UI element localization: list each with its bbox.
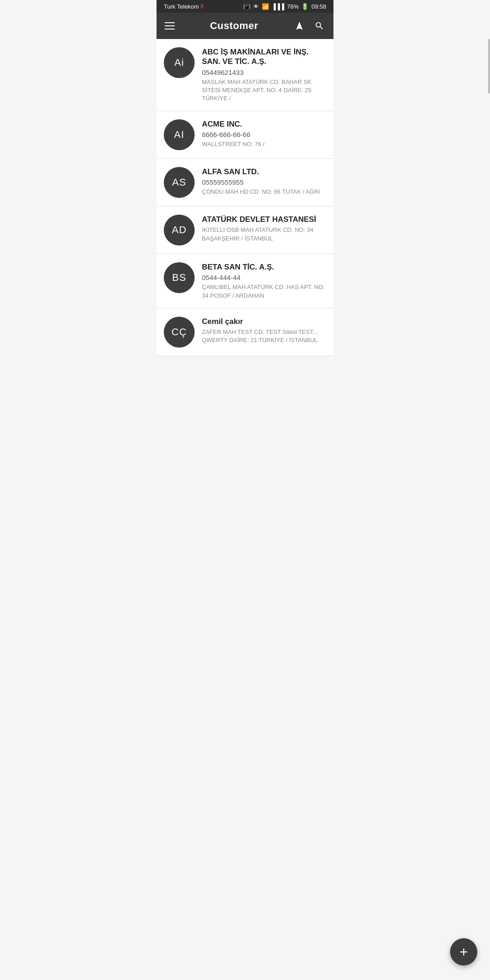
search-button[interactable] [314, 20, 325, 32]
customer-phone: 0544-444-44 [202, 274, 326, 281]
customer-item[interactable]: AiABC İŞ MAKİNALARI VE İNŞ. SAN. VE TİC.… [157, 39, 333, 111]
customer-phone: 05449621433 [202, 69, 326, 76]
customer-address: WALLSTREET NO: 76 / [202, 140, 326, 148]
customer-name: BETA SAN TİC. A.Ş. [202, 262, 326, 272]
avatar: AI [164, 119, 195, 150]
customer-address: ÇONDU MAH HD CD. NO: 66 TUTAK / AĞRI [202, 188, 326, 196]
carrier-name: Turk Telekom [164, 3, 199, 10]
customer-phone: 05559555955 [202, 178, 326, 186]
location-button[interactable] [294, 20, 305, 32]
status-icons: 📳 👁 📶 ▐▐▐ 76% 🔋 09:58 [243, 3, 326, 10]
avatar: BS [164, 262, 195, 293]
customer-name: ABC İŞ MAKİNALARI VE İNŞ. SAN. VE TİC. A… [202, 47, 326, 67]
battery-icon: 🔋 [301, 3, 309, 10]
customer-name: ATATÜRK DEVLET HASTANESİ [202, 215, 326, 224]
customer-name: Cemil çakır [202, 317, 326, 326]
customer-address: İKİTELLİ OSB MAH ATATURK CD. NO: 34 BAŞA… [202, 226, 326, 242]
eye-icon: 👁 [253, 3, 259, 10]
location-icon [294, 21, 304, 31]
customer-item[interactable]: AIACME INC.6666-666-66-66WALLSTREET NO: … [157, 111, 333, 159]
time: 09:58 [311, 3, 326, 10]
customer-list: AiABC İŞ MAKİNALARI VE İNŞ. SAN. VE TİC.… [157, 39, 333, 356]
customer-address: ÇAMLIBEL MAH ATATÜRK CD. HAS APT. NO: 34… [202, 283, 326, 299]
customer-phone: 6666-666-66-66 [202, 131, 326, 138]
carrier-info: Turk Telekom F [164, 3, 204, 10]
customer-info: BETA SAN TİC. A.Ş.0544-444-44ÇAMLIBEL MA… [202, 262, 326, 300]
page-title: Customer [210, 20, 259, 32]
customer-info: ALFA SAN LTD.05559555955ÇONDU MAH HD CD.… [202, 167, 326, 196]
customer-item[interactable]: BSBETA SAN TİC. A.Ş.0544-444-44ÇAMLIBEL … [157, 254, 333, 309]
avatar: AS [164, 167, 195, 198]
customer-item[interactable]: ADATATÜRK DEVLET HASTANESİİKİTELLİ OSB M… [157, 206, 333, 254]
customer-name: ALFA SAN LTD. [202, 167, 326, 176]
menu-button[interactable] [165, 22, 175, 29]
customer-info: ATATÜRK DEVLET HASTANESİİKİTELLİ OSB MAH… [202, 215, 326, 243]
search-icon [314, 21, 324, 31]
customer-address: MASLAK MAH ATATÜRK CD. BAHAR SK SİTESİ M… [202, 78, 326, 103]
customer-info: Cemil çakırZAFER MAH TEST CD. TEST Sites… [202, 317, 326, 345]
avatar: Ai [164, 47, 195, 78]
wifi-icon: 📶 [262, 3, 269, 10]
customer-info: ABC İŞ MAKİNALARI VE İNŞ. SAN. VE TİC. A… [202, 47, 326, 103]
customer-item[interactable]: ASALFA SAN LTD.05559555955ÇONDU MAH HD C… [157, 159, 333, 206]
carrier-icon: F [201, 3, 204, 10]
battery-level: 76% [287, 3, 299, 10]
signal-icon: ▐▐▐ [272, 3, 284, 10]
avatar: CÇ [164, 317, 195, 348]
customer-info: ACME INC.6666-666-66-66WALLSTREET NO: 76… [202, 119, 326, 148]
customer-item[interactable]: CÇCemil çakırZAFER MAH TEST CD. TEST Sit… [157, 309, 333, 356]
customer-name: ACME INC. [202, 119, 326, 129]
avatar: AD [164, 215, 195, 245]
customer-address: ZAFER MAH TEST CD. TEST Sitesi TEST... Q… [202, 328, 326, 344]
top-navigation-bar: Customer [157, 13, 333, 39]
top-bar-actions [294, 20, 325, 32]
vibrate-icon: 📳 [243, 3, 250, 10]
status-bar: Turk Telekom F 📳 👁 📶 ▐▐▐ 76% 🔋 09:58 [157, 0, 333, 13]
